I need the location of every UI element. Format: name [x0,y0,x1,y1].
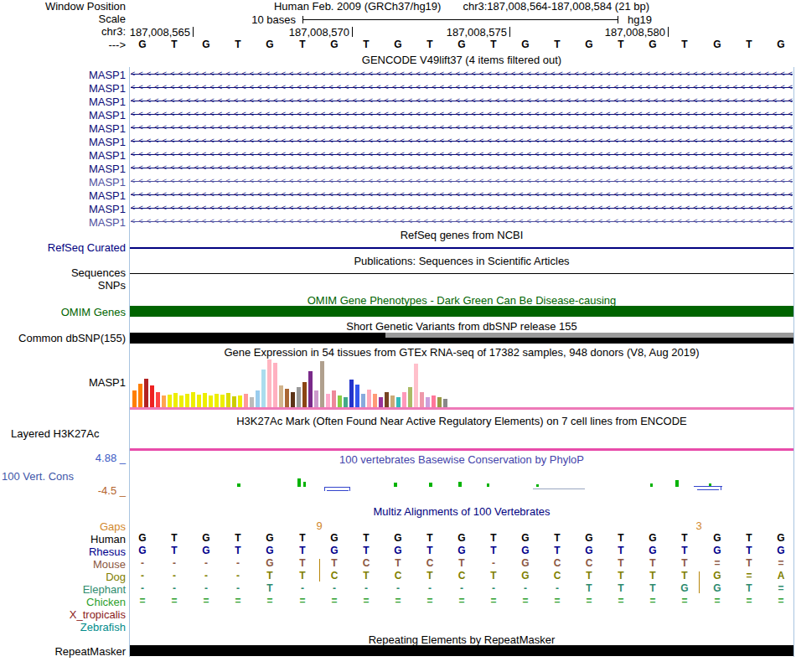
gtex-expression-bar[interactable] [332,390,336,407]
gtex-gene-label[interactable]: MASP1 [0,377,126,388]
gene-transcript[interactable]: <<<<<<<<<<<<<<<<<<<<<<<<<<<<<<<<<<<<<<<<… [131,201,793,215]
gtex-expression-bar[interactable] [396,397,401,407]
gtex-expression-bar[interactable] [267,359,271,407]
gene-transcript[interactable]: <<<<<<<<<<<<<<<<<<<<<<<<<<<<<<<<<<<<<<<<… [131,147,793,161]
gene-transcript[interactable]: <<<<<<<<<<<<<<<<<<<<<<<<<<<<<<<<<<<<<<<<… [131,161,793,174]
gtex-expression-bar[interactable] [256,390,260,407]
gtex-expression-bar[interactable] [314,390,318,407]
gene-label[interactable]: MASP1 [0,82,126,95]
gtex-expression-bar[interactable] [291,392,295,407]
gtex-expression-bar[interactable] [344,397,348,407]
sequences-label[interactable]: Sequences [0,267,126,278]
gene-transcript[interactable]: <<<<<<<<<<<<<<<<<<<<<<<<<<<<<<<<<<<<<<<<… [131,80,793,94]
gtex-expression-bar[interactable] [302,382,307,407]
multiz-species-label[interactable]: X_tropicalis [0,608,126,621]
gtex-expression-bar[interactable] [244,394,248,407]
gtex-baseline[interactable] [130,407,794,410]
repeatmasker-track[interactable] [130,645,794,656]
gene-transcript[interactable]: <<<<<<<<<<<<<<<<<<<<<<<<<<<<<<<<<<<<<<<<… [131,134,793,147]
gtex-expression-bar[interactable] [179,395,183,407]
gtex-expression-bar[interactable] [426,397,430,407]
gtex-expression-bar[interactable] [173,393,178,407]
gene-transcript[interactable]: <<<<<<<<<<<<<<<<<<<<<<<<<<<<<<<<<<<<<<<<… [131,174,793,188]
gtex-expression-bar[interactable] [408,387,412,407]
gtex-expression-bar[interactable] [197,395,201,407]
h3k27ac-signal[interactable] [130,448,794,451]
omim-genes-label[interactable]: OMIM Genes [0,307,126,318]
gene-label[interactable]: MASP1 [0,203,126,215]
gtex-expression-bar[interactable] [308,371,313,407]
gtex-expression-bar[interactable] [168,395,172,407]
snps-label[interactable]: SNPs [0,280,126,291]
gene-label[interactable]: MASP1 [0,69,126,81]
common-dbsnp-track-segment[interactable] [385,333,794,338]
gtex-expression-bar[interactable] [326,394,330,407]
gtex-expression-bar[interactable] [261,370,266,407]
gtex-expression-bar[interactable] [349,380,354,407]
gtex-expression-bar[interactable] [320,361,324,407]
repeatmasker-label[interactable]: RepeatMasker [0,646,126,657]
gtex-expression-bar[interactable] [226,393,230,407]
gtex-expression-bar[interactable] [185,394,189,407]
multiz-species-label[interactable]: Rhesus [0,545,126,558]
gene-label[interactable]: MASP1 [0,122,126,135]
gtex-expression-bar[interactable] [144,379,148,407]
gtex-expression-bar[interactable] [379,397,383,407]
gtex-expression-bar[interactable] [432,395,436,407]
gtex-expression-bar[interactable] [215,394,219,407]
gene-label[interactable]: MASP1 [0,149,126,162]
multiz-species-label[interactable]: Mouse [0,558,126,571]
h3k27ac-label[interactable]: Layered H3K27Ac [11,427,100,440]
gene-label[interactable]: MASP1 [0,189,126,202]
refseq-curated-label[interactable]: RefSeq Curated [0,242,126,253]
gtex-expression-bar[interactable] [367,390,371,407]
gtex-expression-bar[interactable] [385,392,389,407]
gtex-expression-bar[interactable] [279,385,283,407]
gene-transcript[interactable]: <<<<<<<<<<<<<<<<<<<<<<<<<<<<<<<<<<<<<<<<… [131,67,793,80]
gene-label[interactable]: MASP1 [0,109,126,121]
gtex-expression-bar[interactable] [238,395,242,407]
multiz-species-label[interactable]: Zebrafish [0,621,126,633]
gene-transcript[interactable]: <<<<<<<<<<<<<<<<<<<<<<<<<<<<<<<<<<<<<<<<… [131,94,793,107]
gtex-expression-bar[interactable] [443,399,447,407]
gtex-expression-bar[interactable] [437,397,442,407]
omim-genes-track[interactable] [130,306,794,317]
common-dbsnp-label[interactable]: Common dbSNP(155) [0,333,126,344]
gtex-expression-bar[interactable] [209,395,213,407]
gene-transcript[interactable]: <<<<<<<<<<<<<<<<<<<<<<<<<<<<<<<<<<<<<<<<… [131,188,793,201]
gtex-expression-bar[interactable] [390,395,395,407]
refseq-curated-track[interactable] [130,247,794,249]
multiz-gaps-label[interactable]: Gaps [0,520,126,533]
gtex-expression-bar[interactable] [355,385,359,407]
gtex-expression-bar[interactable] [273,363,277,407]
gene-label[interactable]: MASP1 [0,96,126,108]
conservation-label[interactable]: 100 Vert. Cons [2,470,74,483]
gtex-expression-bar[interactable] [138,384,142,407]
gtex-expression-bar[interactable] [402,392,406,407]
gtex-expression-bar[interactable] [414,364,418,407]
gene-transcript[interactable]: <<<<<<<<<<<<<<<<<<<<<<<<<<<<<<<<<<<<<<<<… [131,107,793,121]
gtex-expression-bar[interactable] [297,387,301,407]
gtex-expression-bar[interactable] [250,397,254,407]
gtex-expression-bar[interactable] [285,389,289,407]
gtex-expression-bar[interactable] [203,393,207,407]
gene-label[interactable]: MASP1 [0,176,126,189]
multiz-species-label[interactable]: Dog [0,571,126,583]
gtex-expression-bar[interactable] [220,395,225,407]
gtex-expression-bar[interactable] [191,392,195,407]
gene-label[interactable]: MASP1 [0,216,126,229]
gtex-expression-bar[interactable] [132,390,137,407]
multiz-species-label[interactable]: Elephant [0,583,126,596]
gtex-expression-bar[interactable] [156,392,160,407]
gene-label[interactable]: MASP1 [0,136,126,148]
sequences-track[interactable] [130,273,794,274]
gene-transcript[interactable]: <<<<<<<<<<<<<<<<<<<<<<<<<<<<<<<<<<<<<<<<… [131,121,793,134]
gtex-expression-bar[interactable] [150,385,154,407]
gene-label[interactable]: MASP1 [0,163,126,175]
gtex-expression-bar[interactable] [162,395,166,407]
multiz-species-label[interactable]: Chicken [0,596,126,608]
gtex-expression-bar[interactable] [338,395,342,407]
gtex-expression-bar[interactable] [361,394,365,407]
gtex-expression-bar[interactable] [232,396,236,407]
gtex-expression-bar[interactable] [420,392,424,407]
